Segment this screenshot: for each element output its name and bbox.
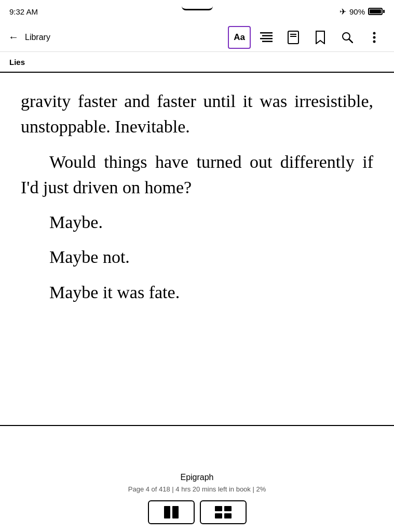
battery-icon [368,8,385,15]
paragraph-1: gravity faster and faster until it was i… [21,88,373,140]
svg-rect-1 [262,35,273,36]
svg-rect-12 [164,506,170,518]
svg-line-8 [349,39,353,43]
more-options-icon [373,32,376,43]
svg-rect-15 [224,506,232,511]
chapter-label: Epigraph [180,473,213,482]
bookmark-icon [315,31,325,44]
reading-content: gravity faster and faster until it was i… [0,73,394,426]
airplane-icon: ✈ [339,7,346,17]
svg-rect-14 [215,506,222,511]
back-arrow-icon: ← [8,31,19,43]
library-label: Library [25,33,50,42]
paragraph-3: Maybe. [21,209,373,235]
grid-view-button[interactable] [200,500,247,524]
search-icon [342,32,353,43]
footer-controls [148,500,247,524]
bookmark-button[interactable] [309,26,332,49]
svg-point-11 [373,40,376,43]
status-time: 9:32 AM [9,7,38,16]
paragraph-5: Maybe it was fate. [21,280,373,305]
toolbar-actions: Aa [228,26,386,49]
search-button[interactable] [336,26,359,49]
toc-icon [260,32,273,43]
back-button[interactable]: ← Library [8,31,228,43]
svg-rect-6 [290,36,296,37]
notch-indicator [182,3,213,10]
svg-rect-3 [262,41,273,42]
paragraph-2: Would things have turned out differently… [21,149,373,201]
svg-point-10 [373,36,376,38]
book-title-bar: Lies [0,52,394,73]
book-title: Lies [9,58,25,66]
svg-rect-2 [260,38,273,39]
font-icon: Aa [234,32,245,43]
toc-button[interactable] [255,26,278,49]
svg-rect-13 [172,506,179,518]
svg-rect-0 [260,32,273,34]
single-column-icon [162,505,181,520]
battery-percent: 90% [349,7,365,16]
svg-rect-4 [288,31,298,44]
page-layout-icon [288,31,299,44]
single-column-button[interactable] [148,500,195,524]
paragraph-4: Maybe not. [21,244,373,270]
grid-icon [214,505,233,520]
toolbar: ← Library Aa [0,23,394,52]
page-layout-button[interactable] [282,26,305,49]
page-info: Page 4 of 418 | 4 hrs 20 mins left in bo… [128,485,266,493]
status-icons: ✈ 90% [339,7,385,17]
svg-rect-17 [224,513,232,518]
svg-point-9 [373,32,376,34]
svg-rect-5 [290,34,296,35]
svg-rect-16 [215,513,222,518]
status-bar: 9:32 AM ✈ 90% [0,0,394,23]
more-options-button[interactable] [363,26,386,49]
footer: Epigraph Page 4 of 418 | 4 hrs 20 mins l… [0,470,394,532]
font-button[interactable]: Aa [228,26,251,49]
